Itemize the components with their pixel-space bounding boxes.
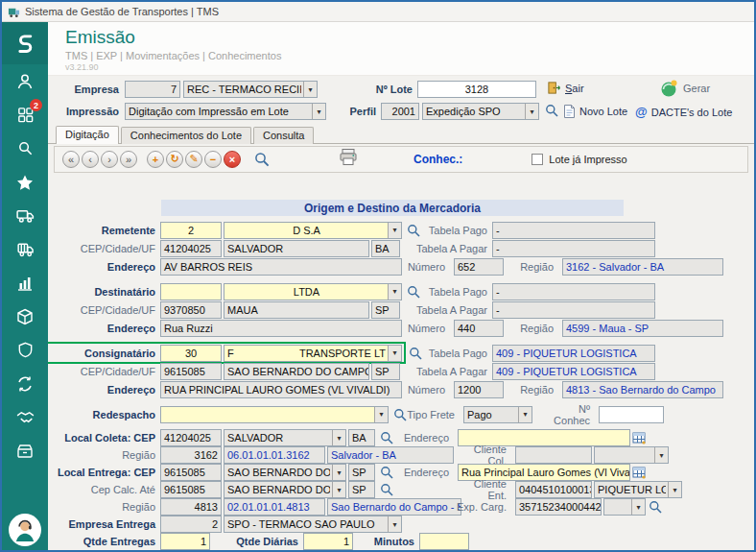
print-button[interactable]	[339, 148, 358, 170]
coleta-search-icon[interactable]	[379, 431, 394, 444]
destinatario-numero-field[interactable]: 440	[454, 320, 504, 337]
lote-impresso-checkbox[interactable]	[532, 154, 543, 165]
perfil-code-field[interactable]: 2001	[381, 103, 419, 120]
coleta-uf-field[interactable]: BA	[348, 429, 375, 446]
remetente-cidade-field[interactable]: SALVADOR	[224, 240, 369, 257]
nav-next-button[interactable]: ›	[101, 151, 118, 168]
dropdown-arrow-icon[interactable]: ▾	[303, 82, 317, 97]
exp-carg-select[interactable]: ▾	[603, 498, 646, 516]
redespacho-select[interactable]: ▾	[160, 406, 389, 423]
edit-record-button[interactable]: ✎	[185, 151, 202, 168]
dropdown-arrow-icon[interactable]: ▾	[631, 499, 645, 515]
destinatario-code-field[interactable]	[160, 283, 222, 300]
exp-carg-search-icon[interactable]	[648, 500, 663, 514]
consignatario-numero-field[interactable]: 1200	[454, 381, 504, 398]
entrega-search-icon[interactable]	[379, 466, 394, 479]
perfil-select[interactable]: Expedição SPO ▾	[422, 103, 539, 120]
dropdown-arrow-icon[interactable]: ▾	[518, 407, 532, 422]
dropdown-arrow-icon[interactable]: ▾	[388, 284, 401, 300]
toolbar-search-icon[interactable]	[254, 152, 270, 167]
cliente-ent-code-field[interactable]: 04045101000130	[515, 481, 592, 498]
dropdown-arrow-icon[interactable]: ▾	[388, 223, 401, 238]
refresh-record-button[interactable]: ↻	[166, 151, 183, 168]
destinatario-select[interactable]: LTDA ▾	[224, 283, 402, 300]
support-agent-avatar[interactable]	[9, 514, 41, 546]
remetente-uf-field[interactable]: BA	[371, 240, 400, 257]
novo-lote-button[interactable]: Novo Lote	[562, 104, 627, 119]
cep-calc-cidade-select[interactable]: SAO BERNARDO DO CAMPO ▾	[224, 481, 346, 498]
minutos-field[interactable]	[419, 533, 469, 550]
cargo-box-icon[interactable]	[2, 300, 48, 333]
shield-icon[interactable]	[2, 333, 48, 367]
cliente-col-select[interactable]: ▾	[594, 446, 669, 464]
consignatario-endereco-field[interactable]: RUA PRINCIPAL LAURO GOMES (VL VIVALDI)	[160, 381, 402, 398]
archive-box-icon[interactable]	[2, 434, 48, 468]
destinatario-uf-field[interactable]: SP	[371, 301, 400, 319]
impressao-select[interactable]: Digitação com Impressão em Lote ▾	[125, 103, 326, 120]
lote-field[interactable]: 3128	[417, 81, 536, 98]
coleta-cidade-select[interactable]: SALVADOR ▾	[224, 429, 346, 446]
favorites-star-icon[interactable]	[2, 165, 48, 199]
cep-calc-cep-field[interactable]: 9615085	[160, 481, 222, 498]
dacte-button[interactable]: @ DACTE's do Lote	[635, 105, 732, 119]
sair-button[interactable]: Sair	[547, 81, 584, 95]
empresa-select[interactable]: REC - TERMACO RECIFE ▾	[183, 81, 318, 98]
cancel-record-button[interactable]: ×	[224, 151, 241, 168]
dropdown-arrow-icon[interactable]: ▾	[388, 516, 401, 532]
consignatario-cidade-field[interactable]: SAO BERNARDO DO CAMPO	[224, 363, 369, 380]
add-record-button[interactable]: +	[147, 151, 164, 168]
cliente-col-code-field[interactable]	[515, 446, 592, 464]
dropdown-arrow-icon[interactable]: ▾	[668, 482, 681, 497]
entrega-address-grid-icon[interactable]	[632, 466, 646, 479]
dropdown-arrow-icon[interactable]: ▾	[312, 104, 325, 119]
dropdown-arrow-icon[interactable]: ▾	[388, 346, 401, 361]
coleta-address-grid-icon[interactable]	[632, 431, 646, 444]
brand-logo-icon[interactable]	[2, 22, 48, 64]
entrega-uf-field[interactable]: SP	[348, 464, 375, 481]
dropdown-arrow-icon[interactable]: ▾	[332, 465, 345, 480]
dropdown-arrow-icon[interactable]: ▾	[332, 482, 345, 497]
search-icon[interactable]	[2, 132, 48, 165]
dropdown-arrow-icon[interactable]: ▾	[374, 407, 388, 422]
remetente-code-field[interactable]: 2	[160, 222, 222, 239]
entrega-cidade-select[interactable]: SAO BERNARDO DO CAMPO ▾	[224, 464, 346, 481]
remetente-select[interactable]: D S.A ▾	[224, 222, 402, 239]
tab-digitacao[interactable]: Digitação	[56, 126, 119, 144]
nav-last-button[interactable]: »	[120, 151, 137, 168]
partnership-handshake-icon[interactable]	[2, 400, 48, 434]
coleta-cep-field[interactable]: 41204025	[160, 429, 222, 446]
destinatario-cidade-field[interactable]: MAUA	[224, 301, 369, 319]
qtde-diarias-field[interactable]: 1	[303, 533, 353, 550]
destinatario-cep-field[interactable]: 9370850	[160, 301, 222, 319]
exp-carg-field[interactable]: 35715234000442	[515, 498, 602, 516]
tab-conhecimentos-do-lote[interactable]: Conhecimentos do Lote	[121, 127, 251, 144]
cep-calc-search-icon[interactable]	[379, 483, 394, 496]
user-icon[interactable]	[2, 64, 48, 98]
delivery-truck-icon[interactable]	[2, 232, 48, 266]
dropdown-arrow-icon[interactable]: ▾	[525, 104, 538, 119]
tab-consulta[interactable]: Consulta	[253, 127, 314, 144]
n-conhec-field[interactable]	[599, 406, 664, 423]
nav-first-button[interactable]: «	[62, 151, 80, 168]
gerar-button[interactable]: Gerar	[658, 78, 710, 99]
remetente-endereco-field[interactable]: AV BARROS REIS	[160, 258, 402, 276]
logistics-cycle-icon[interactable]	[2, 367, 48, 400]
nav-prev-button[interactable]: ‹	[82, 151, 99, 168]
consignatario-select[interactable]: F TRANSPORTE LT ▾	[224, 345, 402, 362]
cep-calc-uf-field[interactable]: SP	[348, 481, 375, 498]
consignatario-uf-field[interactable]: SP	[371, 363, 400, 380]
remetente-cep-field[interactable]: 41204025	[160, 240, 222, 257]
remetente-numero-field[interactable]: 652	[454, 258, 504, 276]
modules-grid-icon[interactable]: 2	[2, 98, 48, 132]
dropdown-arrow-icon[interactable]: ▾	[654, 447, 668, 463]
truck-icon[interactable]	[2, 199, 48, 232]
entrega-cep-field[interactable]: 9615085	[160, 464, 222, 481]
empresa-entrega-code-field[interactable]: 2	[160, 516, 222, 533]
consignatario-cep-field[interactable]: 9615085	[160, 363, 222, 380]
consignatario-code-field[interactable]: 30	[160, 345, 222, 362]
perfil-search-icon[interactable]	[544, 104, 559, 117]
empresa-entrega-select[interactable]: SPO - TERMACO SAO PAULO ▾	[224, 516, 402, 533]
chart-icon[interactable]	[2, 266, 48, 300]
tipo-frete-select[interactable]: Pago ▾	[463, 406, 532, 423]
destinatario-endereco-field[interactable]: Rua Ruzzi	[160, 320, 402, 337]
